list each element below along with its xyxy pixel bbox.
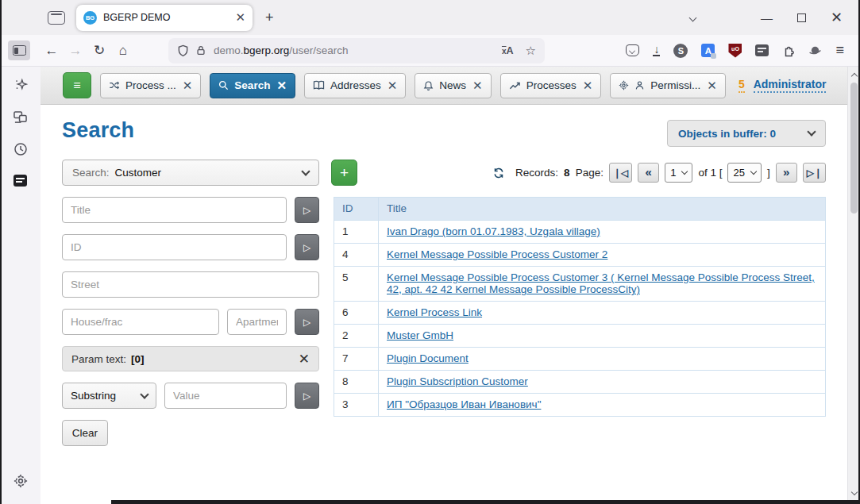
- app-tab-search[interactable]: Search ✕: [210, 73, 295, 98]
- apartment-input[interactable]: [227, 309, 287, 335]
- maximize-button[interactable]: [797, 13, 806, 22]
- user-name-link[interactable]: Administrator: [754, 78, 827, 93]
- wallet-card-icon[interactable]: [755, 44, 769, 56]
- page-of-label: of 1 [: [698, 167, 722, 179]
- bookmark-star-icon[interactable]: ☆: [526, 44, 536, 58]
- match-mode-select[interactable]: Substring: [62, 383, 156, 409]
- search-type-select[interactable]: Search: Customer: [62, 160, 319, 186]
- customer-link[interactable]: Plugin Subscription Customer: [387, 375, 528, 387]
- app-tab-close-icon[interactable]: ✕: [583, 79, 593, 93]
- bookmarks-panel-icon[interactable]: [13, 175, 27, 187]
- street-input[interactable]: [62, 271, 319, 298]
- param-search-go-button[interactable]: ▷: [295, 383, 319, 409]
- next-page-button[interactable]: »: [776, 163, 797, 183]
- sidebar-settings-gear-icon[interactable]: [13, 474, 28, 488]
- table-row: 4Kernel Message Possible Process Custome…: [334, 244, 826, 267]
- app-tab-process[interactable]: Process ... ✕: [100, 73, 201, 98]
- gear-icon: [619, 80, 629, 90]
- forward-button[interactable]: →: [64, 43, 87, 59]
- url-bar[interactable]: demo.bgerp.org/user/search xA ☆: [168, 38, 545, 63]
- play-icon: ▷: [303, 242, 310, 253]
- home-button[interactable]: ⌂: [111, 43, 135, 59]
- param-close-icon[interactable]: ✕: [299, 351, 310, 367]
- app-tab-addresses[interactable]: Addresses ✕: [304, 73, 406, 98]
- app-tab-close-icon[interactable]: ✕: [472, 79, 483, 93]
- app-tab-close-icon[interactable]: ✕: [388, 79, 398, 93]
- firefox-view-icon[interactable]: [48, 11, 65, 25]
- puzzle-extensions-icon[interactable]: [782, 44, 795, 57]
- new-tab-button[interactable]: +: [265, 10, 274, 26]
- menu-hamburger-icon[interactable]: ≡: [835, 42, 844, 59]
- title-search-go-button[interactable]: ▷: [295, 197, 319, 223]
- customer-link[interactable]: Kernel Message Possible Process Customer…: [387, 271, 815, 295]
- back-button[interactable]: ←: [40, 43, 64, 59]
- synced-tabs-icon[interactable]: [13, 110, 28, 124]
- title-input[interactable]: [62, 197, 287, 223]
- user-area: 5 Administrator: [739, 78, 827, 93]
- titlebar-controls: — ✕: [690, 9, 860, 26]
- page-number-select[interactable]: 1: [665, 163, 692, 183]
- app-tab-label: Search: [234, 79, 270, 91]
- add-search-button[interactable]: +: [331, 160, 357, 186]
- customer-link[interactable]: ИП "Образцов Иван Иванович": [387, 398, 541, 410]
- customer-link[interactable]: Plugin Document: [387, 352, 469, 364]
- book-icon: [313, 80, 325, 90]
- customer-link[interactable]: Kernel Message Possible Process Customer…: [387, 248, 607, 260]
- history-clock-icon[interactable]: [13, 142, 28, 156]
- refresh-icon[interactable]: [492, 167, 505, 179]
- translate-extension-icon[interactable]: A: [701, 44, 715, 57]
- param-value-input[interactable]: [164, 383, 287, 409]
- table-row: 2Muster GmbH: [334, 325, 826, 348]
- id-input[interactable]: [62, 234, 287, 260]
- play-icon: ▷: [303, 317, 310, 328]
- page-label: Page:: [576, 167, 604, 179]
- sidebar-toggle-button[interactable]: [8, 40, 30, 60]
- reload-button[interactable]: ↻: [87, 42, 111, 59]
- translate-icon[interactable]: xA: [502, 45, 514, 56]
- planet-icon[interactable]: [808, 44, 822, 57]
- house-input[interactable]: [62, 309, 219, 335]
- minimize-button[interactable]: —: [761, 11, 773, 25]
- extension-s-icon[interactable]: S: [673, 44, 688, 58]
- shield-icon[interactable]: [177, 44, 189, 57]
- address-search-go-button[interactable]: ▷: [295, 309, 319, 335]
- customer-link[interactable]: Kernel Process Link: [387, 306, 482, 318]
- last-page-button[interactable]: ▷❘: [803, 163, 826, 183]
- browser-tab[interactable]: BG BGERP DEMO ✕: [76, 5, 253, 31]
- app-tab-permissions[interactable]: Permissi... ✕: [610, 73, 726, 98]
- customer-link[interactable]: Ivan Drago (born 01.07.1983, Uzgala vill…: [387, 225, 600, 237]
- taskbar-edge-bottom: [111, 500, 860, 504]
- ai-sparkle-icon[interactable]: [13, 78, 28, 92]
- app-tab-close-icon[interactable]: ✕: [276, 79, 287, 93]
- tab-close-icon[interactable]: ✕: [235, 10, 245, 25]
- app-tab-news[interactable]: News ✕: [415, 73, 491, 98]
- page-size-select[interactable]: 25: [727, 163, 761, 183]
- ublock-shield-icon[interactable]: uO: [728, 44, 742, 58]
- id-search-go-button[interactable]: ▷: [295, 234, 319, 260]
- downloads-icon[interactable]: ↓: [653, 44, 660, 56]
- window-close-button[interactable]: ✕: [831, 9, 843, 26]
- scrollbar-thumb[interactable]: [850, 83, 858, 214]
- app-tab-processes[interactable]: Processes ✕: [500, 73, 602, 98]
- window-edge-left: [0, 0, 2, 504]
- results-table: ID Title 1Ivan Drago (born 01.07.1983, U…: [334, 197, 826, 417]
- table-row: 8Plugin Subscription Customer: [334, 371, 826, 394]
- param-text-bar[interactable]: Param text: [0] ✕: [62, 346, 319, 371]
- objects-buffer-button[interactable]: Objects in buffer: 0: [667, 120, 826, 147]
- lock-icon[interactable]: [195, 44, 206, 56]
- tab-list-chevron-icon[interactable]: [688, 13, 696, 21]
- browser-toolbar: ← → ↻ ⌂ demo.bgerp.org/user/search xA ☆ …: [0, 35, 860, 67]
- app-tab-close-icon[interactable]: ✕: [707, 79, 717, 93]
- notification-count-badge[interactable]: 5: [739, 78, 745, 93]
- chevron-down-icon: [681, 168, 688, 175]
- pocket-icon[interactable]: [626, 44, 639, 56]
- clear-button[interactable]: Clear: [62, 420, 108, 446]
- browser-tab-title: BGERP DEMO: [103, 12, 230, 23]
- table-row: 5Kernel Message Possible Process Custome…: [334, 267, 826, 302]
- customer-link[interactable]: Muster GmbH: [387, 329, 453, 341]
- prev-page-button[interactable]: «: [638, 163, 659, 183]
- app-menu-button[interactable]: ≡: [63, 72, 91, 98]
- person-icon: [634, 80, 645, 90]
- first-page-button[interactable]: ❘◁: [609, 163, 632, 183]
- app-tab-close-icon[interactable]: ✕: [183, 79, 193, 93]
